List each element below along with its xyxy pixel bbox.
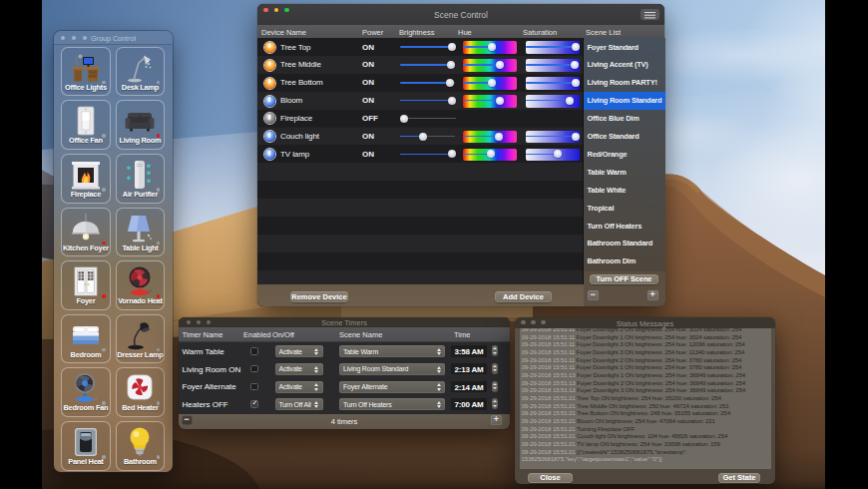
svg-text:✽: ✽ <box>127 175 131 181</box>
svg-text:✽: ✽ <box>147 163 151 169</box>
svg-text:✽: ✽ <box>147 170 151 176</box>
svg-text:✽: ✽ <box>127 165 131 171</box>
svg-text:✽: ✽ <box>147 178 151 184</box>
